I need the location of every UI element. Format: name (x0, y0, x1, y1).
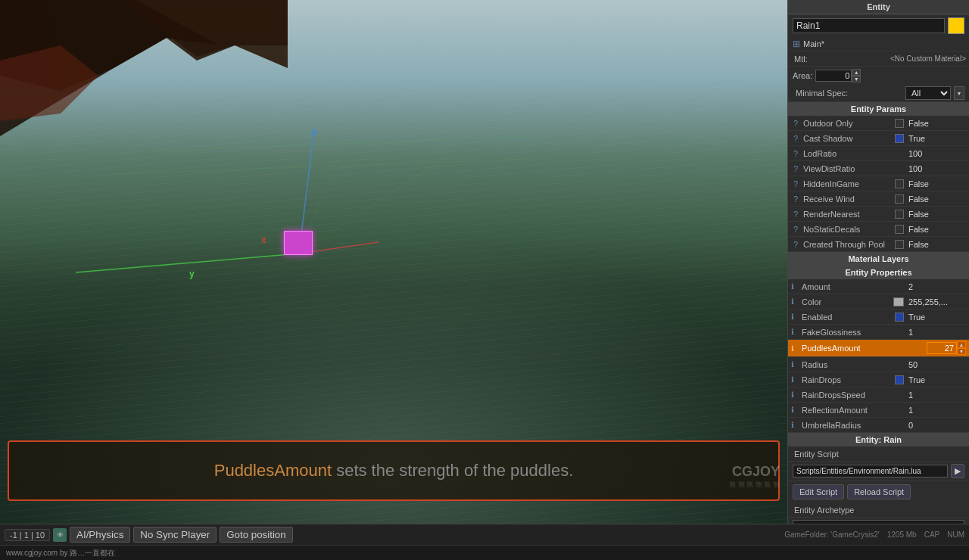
status-text: www.cgjoy.com by 路…一直都在 (6, 548, 115, 558)
label-puddles: PuddlesAmount (799, 344, 927, 353)
spec-spin-btn[interactable]: ▼ (954, 86, 964, 100)
layer-icon: ⊞ (793, 39, 800, 49)
help-pool[interactable]: ? (791, 240, 800, 249)
cb-enabled[interactable] (895, 313, 904, 322)
label-umbrellaradius: UmbrellaRadius (799, 421, 905, 430)
cb-outdoor[interactable] (895, 119, 904, 128)
mtl-row: Mtl: <No Custom Material> (788, 51, 969, 67)
entity-properties-header[interactable]: Entity Properties (788, 266, 969, 279)
area-spin-up[interactable]: ▲ (852, 69, 861, 76)
minimal-spec-select[interactable]: All (905, 86, 951, 100)
tooltip-text: PuddlesAmount sets the strength of the p… (214, 461, 574, 481)
area-spinbox[interactable]: ▲ ▼ (815, 69, 861, 82)
help-nearest[interactable]: ? (791, 210, 800, 219)
ai-physics-button[interactable]: AI/Physics (70, 527, 130, 543)
coords-text: -1 | 1 | 10 (10, 530, 45, 540)
viewport[interactable]: x y PuddlesAmount sets the strength of t… (0, 0, 787, 524)
label-outdoor: Outdoor Only (800, 119, 895, 128)
goto-position-button[interactable]: Goto position (220, 527, 293, 543)
val-raindropspeed[interactable]: 1 (905, 390, 966, 400)
cb-hidden[interactable] (895, 179, 904, 188)
help-lod[interactable]: ? (791, 149, 800, 158)
viewport-icon[interactable]: 👁 (53, 528, 67, 542)
entity-color-button[interactable] (948, 17, 964, 34)
cb-nearest[interactable] (895, 210, 904, 219)
cb-wind[interactable] (895, 194, 904, 204)
no-sync-player-button[interactable]: No Sync Player (133, 527, 217, 543)
entity-name-input[interactable] (793, 18, 945, 33)
val-radius[interactable]: 50 (905, 360, 966, 369)
area-spin-buttons[interactable]: ▲ ▼ (852, 69, 861, 82)
entity-rain-header[interactable]: Entity: Rain (788, 433, 969, 446)
cb-raindrops[interactable] (895, 375, 904, 384)
label-cast-shadow: Cast Shadow (800, 134, 895, 143)
help-decals[interactable]: ? (791, 225, 800, 234)
val-pool: False (905, 240, 966, 249)
mtl-label: Mtl: (791, 54, 887, 64)
edit-script-button[interactable]: Edit Script (793, 484, 844, 499)
help-cast-shadow[interactable]: ? (791, 134, 800, 143)
tooltip-highlight: PuddlesAmount (214, 461, 332, 480)
label-color: Color (799, 297, 893, 306)
entity-properties-list: ℹ Amount 2 ℹ Color 255,255,... ℹ Enabled… (788, 279, 969, 433)
puddles-spin-up[interactable]: ▲ (957, 341, 966, 348)
label-enabled: Enabled (799, 313, 895, 322)
help-wind[interactable]: ? (791, 194, 800, 204)
cb-cast-shadow[interactable] (895, 134, 904, 143)
area-input[interactable] (815, 70, 852, 82)
color-value-container: 255,255,... (893, 297, 966, 306)
param-outdoor-only: ? Outdoor Only False (788, 116, 969, 131)
val-outdoor: False (905, 119, 966, 128)
mtl-value[interactable]: <No Custom Material> (887, 54, 966, 63)
help-hidden[interactable]: ? (791, 179, 800, 188)
script-arrow-btn[interactable]: ▶ (951, 464, 964, 478)
prop-icon-umbrellaradius: ℹ (791, 421, 799, 429)
label-fakegloss: FakeGlossiness (799, 328, 905, 337)
script-buttons-row: Edit Script Reload Script (788, 481, 969, 502)
puddles-spin-down[interactable]: ▼ (957, 348, 966, 355)
layer-name[interactable]: Main* (803, 39, 964, 48)
val-fakegloss[interactable]: 1 (905, 328, 966, 337)
reload-script-button[interactable]: Reload Script (847, 484, 911, 499)
prop-puddles-amount[interactable]: ℹ PuddlesAmount ▲ ▼ (788, 340, 969, 357)
puddles-spin[interactable]: ▲ ▼ (957, 341, 966, 355)
entity-archetype-label-row: Entity Archetype (788, 502, 969, 518)
cb-decals[interactable] (895, 225, 904, 234)
prop-icon-enabled: ℹ (791, 313, 799, 321)
puddles-input[interactable] (927, 342, 957, 354)
val-cast-shadow: True (905, 134, 966, 143)
prop-icon-color: ℹ (791, 297, 799, 306)
puddles-value-container: ▲ ▼ (927, 341, 966, 355)
script-path-input[interactable] (793, 465, 948, 478)
prop-amount: ℹ Amount 2 (788, 279, 969, 294)
val-umbrellaradius[interactable]: 0 (905, 421, 966, 430)
val-reflectionamt[interactable]: 1 (905, 406, 966, 415)
caps-indicator: CAP (924, 530, 940, 539)
entity-params-header[interactable]: Entity Params (788, 102, 969, 116)
param-lod-ratio: ? LodRatio 100 (788, 146, 969, 161)
prop-icon-puddles: ℹ (791, 344, 799, 353)
val-raindrops: True (905, 375, 966, 384)
status-bar: www.cgjoy.com by 路…一直都在 (0, 545, 969, 560)
val-amount[interactable]: 2 (905, 282, 966, 291)
prop-icon-reflectionamt: ℹ (791, 406, 799, 414)
help-viewdist[interactable]: ? (791, 164, 800, 173)
prop-umbrellaradius: ℹ UmbrellaRadius 0 (788, 418, 969, 433)
cb-pool[interactable] (895, 240, 904, 249)
area-spin-down[interactable]: ▼ (852, 76, 861, 82)
material-layers-header[interactable]: Material Layers (788, 252, 969, 266)
label-viewdist: ViewDistRatio (800, 164, 905, 173)
prop-icon-raindrops: ℹ (791, 375, 799, 384)
color-swatch[interactable] (893, 297, 904, 306)
entity-marker[interactable] (284, 231, 313, 255)
archetype-row (788, 518, 969, 524)
label-reflectionamt: ReflectionAmount (799, 406, 905, 415)
script-path-row: ▶ (788, 462, 969, 481)
mb-size-text: 1205 Mb (887, 530, 917, 539)
entity-params-list: ? Outdoor Only False ? Cast Shadow True … (788, 116, 969, 252)
help-outdoor[interactable]: ? (791, 119, 800, 128)
label-nearest: RenderNearest (800, 210, 895, 219)
num-indicator: NUM (947, 530, 964, 539)
minimal-spec-label: Minimal Spec: (793, 89, 902, 98)
param-no-static-decals: ? NoStaticDecals False (788, 222, 969, 237)
